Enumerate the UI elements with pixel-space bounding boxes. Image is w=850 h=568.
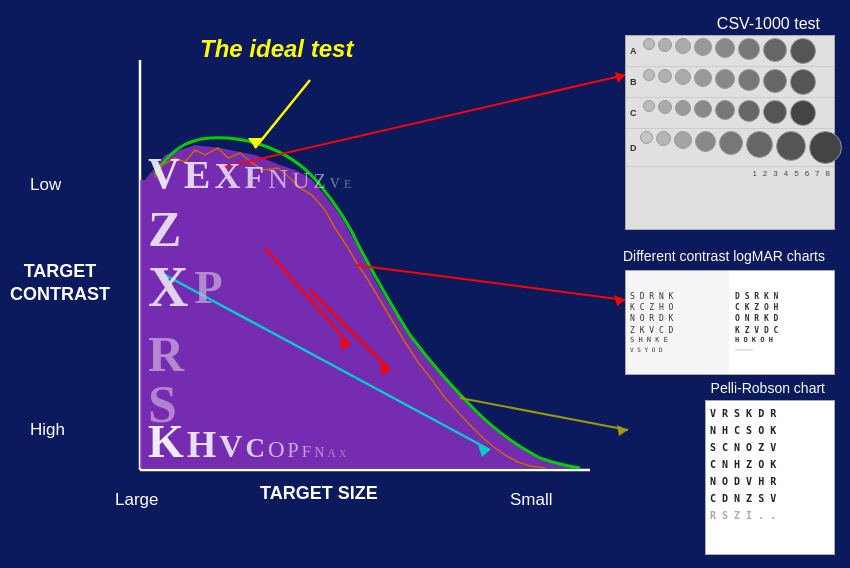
csv-chart: A B bbox=[625, 35, 835, 230]
svg-marker-16 bbox=[617, 425, 628, 436]
ideal-test-label: The ideal test bbox=[200, 35, 353, 63]
svg-marker-8 bbox=[614, 295, 625, 306]
svg-line-3 bbox=[255, 80, 310, 148]
logmar-right: D S R K N C K Z O H O N R K D K Z V D C … bbox=[731, 271, 834, 374]
pelli-chart: V R S K D R N H C S O K S C N O Z V C N … bbox=[705, 400, 835, 555]
main-diagram: The ideal test TARGET CONTRAST Low High … bbox=[0, 0, 850, 568]
logmar-chart: S D R N K K C Z H O N O R D K Z K V C D … bbox=[625, 270, 835, 375]
snellen-row-6: K H V C O P F N A X bbox=[148, 415, 346, 468]
snellen-row-1: V E X F N U Z V E bbox=[148, 148, 351, 199]
svg-line-7 bbox=[355, 265, 625, 300]
svg-marker-6 bbox=[615, 72, 625, 83]
logmar-left: S D R N K K C Z H O N O R D K Z K V C D … bbox=[626, 271, 729, 374]
snellen-row-3: X P bbox=[148, 255, 223, 319]
snellen-row-2: Z bbox=[148, 200, 181, 258]
